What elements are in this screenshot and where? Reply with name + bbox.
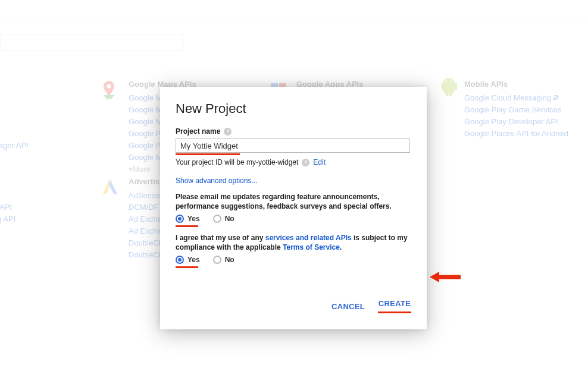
- tos-block: I agree that my use of any services and …: [176, 233, 411, 268]
- annotation-arrow: [430, 270, 461, 284]
- edit-project-id-link[interactable]: Edit: [313, 158, 326, 166]
- emails-no-option[interactable]: No: [213, 215, 234, 223]
- tos-yes-option[interactable]: Yes: [176, 256, 200, 264]
- tos-text: I agree that my use of any services and …: [176, 233, 411, 252]
- advanced-options-link[interactable]: Show advanced options...: [176, 177, 257, 185]
- tos-no-option[interactable]: No: [213, 256, 234, 264]
- radio-selected-icon: [176, 215, 184, 223]
- create-button[interactable]: CREATE: [379, 297, 411, 310]
- dialog-title: New Project: [176, 101, 411, 117]
- tos-radios: Yes No: [176, 256, 411, 264]
- help-icon[interactable]: ?: [224, 128, 232, 136]
- annotation-underline: [378, 312, 411, 313]
- annotation-underline: [176, 225, 198, 227]
- project-id-row: Your project ID will be my-yottie-widget…: [176, 158, 411, 166]
- tos-link[interactable]: Terms of Service: [283, 243, 340, 251]
- annotation-underline: [176, 153, 240, 155]
- dialog-buttons: CANCEL CREATE: [176, 297, 411, 316]
- email-updates-text: Please email me updates regarding featur…: [176, 192, 411, 211]
- radio-unselected-icon: [213, 256, 221, 264]
- emails-yes-option[interactable]: Yes: [176, 215, 200, 223]
- annotation-underline: [176, 266, 198, 268]
- svg-marker-6: [430, 272, 439, 282]
- cancel-button[interactable]: CANCEL: [331, 297, 365, 316]
- radio-selected-icon: [176, 256, 184, 264]
- new-project-dialog: New Project Project name ? Your project …: [160, 87, 427, 329]
- radio-unselected-icon: [213, 215, 221, 223]
- email-updates-radios: Yes No: [176, 215, 411, 223]
- email-updates-block: Please email me updates regarding featur…: [176, 192, 411, 227]
- project-id-text: Your project ID will be my-yottie-widget: [176, 158, 298, 166]
- project-name-label: Project name ?: [176, 127, 411, 136]
- project-name-input[interactable]: [176, 139, 410, 153]
- help-icon[interactable]: ?: [302, 159, 309, 166]
- tos-apis-link[interactable]: services and related APIs: [265, 234, 352, 242]
